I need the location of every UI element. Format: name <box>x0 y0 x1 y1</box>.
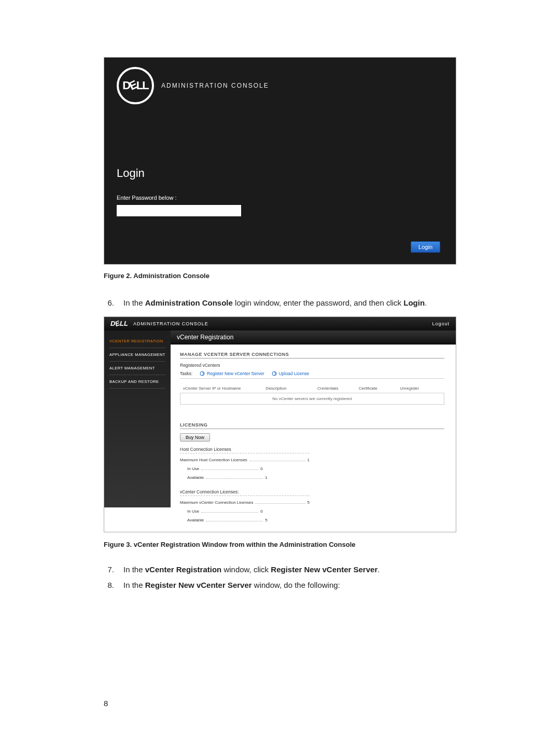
page-number: 8 <box>104 699 108 708</box>
tasks-label: Tasks: <box>180 371 192 376</box>
step-number: 8. <box>104 580 114 591</box>
link-text: Register New vCenter Server <box>207 371 264 376</box>
text: In the <box>123 298 145 307</box>
console-title: ADMINISTRATION CONSOLE <box>161 82 269 89</box>
login-heading: Login <box>117 167 443 180</box>
upload-license-link[interactable]: Upload License <box>272 371 310 376</box>
registered-vcenters-label: Registered vCenters <box>180 363 444 368</box>
brand-area: DELL ADMINISTRATION CONSOLE <box>110 320 208 327</box>
step-6: 6. In the Administration Console login w… <box>104 297 456 309</box>
vcenter-licenses-title: vCenter Connection Licenses: <box>180 489 310 496</box>
task-row: Tasks: Register New vCenter Server Uploa… <box>180 371 444 379</box>
col-ip: vCenter Server IP or Hostname <box>183 386 265 391</box>
vcenter-table-empty: No vCenter servers are currently registe… <box>180 393 444 405</box>
license-value: 1 <box>307 458 310 462</box>
dots <box>201 512 258 513</box>
host-licenses-block: Host Connection Licenses Maximum Host Co… <box>180 447 310 480</box>
figure3-caption: Figure 3. vCenter Registration Window fr… <box>104 541 456 548</box>
col-certificate: Certificate <box>359 386 400 391</box>
license-value: 5 <box>307 500 310 505</box>
bold-text: Register New vCenter Server <box>271 565 377 574</box>
register-new-vcenter-link[interactable]: Register New vCenter Server <box>200 371 264 376</box>
dell-logo-icon: DELL <box>117 67 154 104</box>
password-input[interactable] <box>117 205 241 216</box>
license-label: Available <box>187 475 204 480</box>
text: window, do the following: <box>252 581 340 589</box>
step-text: In the Register New vCenter Server windo… <box>123 580 456 591</box>
license-label: Available <box>187 518 204 522</box>
dashboard-body: VCENTER REGISTRATION APPLIANCE MANAGEMEN… <box>104 330 456 532</box>
text: window, click <box>221 565 271 574</box>
license-row: In Use0 <box>180 509 310 514</box>
license-label: In Use <box>187 509 199 514</box>
figure2-caption: Figure 2. Administration Console <box>104 272 456 280</box>
license-row: In Use0 <box>180 466 310 471</box>
step-8: 8. In the Register New vCenter Server wi… <box>104 580 456 591</box>
dots <box>206 521 263 521</box>
dell-wordmark-icon: DELL <box>110 320 128 327</box>
sidebar-item-backup-restore[interactable]: BACKUP AND RESTORE <box>109 375 165 389</box>
bold-text: Register New vCenter Server <box>145 581 252 589</box>
dots <box>255 503 305 504</box>
host-licenses-title: Host Connection Licenses <box>180 447 310 453</box>
licensing-heading: LICENSING <box>180 422 444 429</box>
license-label: In Use <box>187 466 199 471</box>
sidebar: VCENTER REGISTRATION APPLIANCE MANAGEMEN… <box>104 330 171 532</box>
col-description: Description <box>265 386 317 391</box>
step-number: 6. <box>104 297 114 309</box>
main-panel: vCenter Registration MANAGE VCENTER SERV… <box>171 330 456 532</box>
license-row: Available5 <box>180 518 310 522</box>
step-7: 7. In the vCenter Registration window, c… <box>104 564 456 576</box>
link-text: Upload License <box>279 371 310 376</box>
link-icon <box>200 371 205 376</box>
registration-console: DELL ADMINISTRATION CONSOLE Logout VCENT… <box>104 316 456 532</box>
bold-text: Login <box>403 298 425 307</box>
page-title: vCenter Registration <box>171 330 456 345</box>
license-row: Maximum Host Connection Licenses1 <box>180 458 310 462</box>
text: In the <box>123 565 145 574</box>
col-credentials: Credentials <box>317 386 359 391</box>
license-value: 0 <box>260 509 262 514</box>
text: . <box>425 298 427 307</box>
sidebar-item-appliance-management[interactable]: APPLIANCE MANAGEMENT <box>109 348 165 362</box>
license-value: 0 <box>260 466 262 471</box>
dots <box>201 470 258 470</box>
dots <box>249 461 305 461</box>
instruction-steps-cont: 7. In the vCenter Registration window, c… <box>104 564 456 591</box>
col-unregister: Unregister <box>400 386 441 391</box>
license-label: Maximum Host Connection Licenses <box>180 458 247 462</box>
license-row: Available1 <box>180 475 310 480</box>
dots <box>206 478 263 479</box>
step-number: 7. <box>104 564 114 576</box>
license-row: Maximum vCenter Connection Licenses5 <box>180 500 310 505</box>
instruction-steps: 6. In the Administration Console login w… <box>104 297 456 309</box>
logout-link[interactable]: Logout <box>432 321 450 326</box>
link-icon <box>272 371 277 376</box>
logo-row: DELL ADMINISTRATION CONSOLE <box>117 67 443 104</box>
login-button[interactable]: Login <box>411 241 440 253</box>
topbar: DELL ADMINISTRATION CONSOLE Logout <box>104 317 456 330</box>
step-text: In the Administration Console login wind… <box>123 297 456 309</box>
text: . <box>377 565 380 574</box>
text: login window, enter the password, and th… <box>233 298 403 307</box>
license-value: 5 <box>265 518 267 522</box>
bold-text: Administration Console <box>145 298 233 307</box>
vcenter-licenses-block: vCenter Connection Licenses: Maximum vCe… <box>180 489 310 522</box>
license-value: 1 <box>265 475 267 480</box>
vcenter-table-header: vCenter Server IP or Hostname Descriptio… <box>180 384 444 393</box>
bold-text: vCenter Registration <box>145 565 222 574</box>
text: In the <box>123 581 145 589</box>
login-console: DELL ADMINISTRATION CONSOLE Login Enter … <box>104 57 456 265</box>
password-label: Enter Password below : <box>117 195 443 201</box>
license-label: Maximum vCenter Connection Licenses <box>180 500 253 505</box>
sidebar-item-alert-management[interactable]: ALERT MANAGEMENT <box>109 362 165 375</box>
buy-now-button[interactable]: Buy Now <box>180 433 210 442</box>
sidebar-item-vcenter-registration[interactable]: VCENTER REGISTRATION <box>109 335 165 348</box>
manage-connections-heading: MANAGE VCENTER SERVER CONNECTIONS <box>180 352 444 359</box>
topbar-title: ADMINISTRATION CONSOLE <box>133 321 208 326</box>
step-text: In the vCenter Registration window, clic… <box>123 564 456 576</box>
